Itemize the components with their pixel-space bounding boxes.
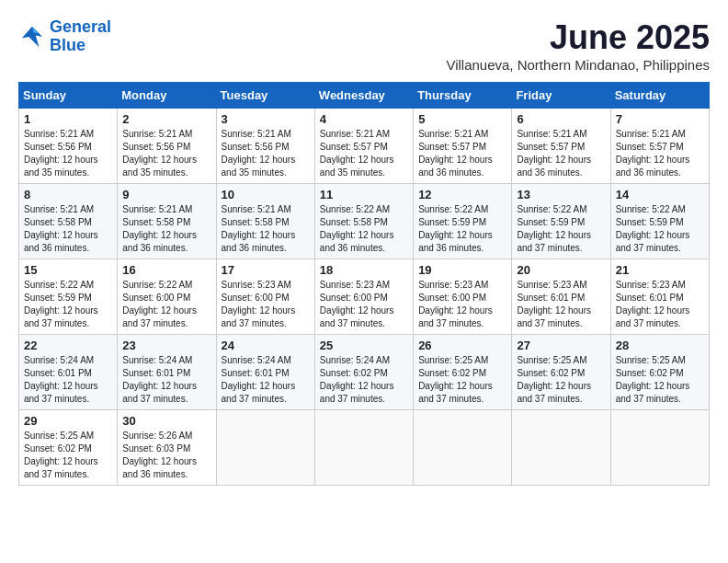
day-info: Sunrise: 5:24 AM Sunset: 6:01 PM Dayligh… [122, 354, 210, 406]
day-number: 24 [222, 339, 310, 352]
table-row: 24 Sunrise: 5:24 AM Sunset: 6:01 PM Dayl… [216, 335, 314, 410]
table-row [314, 410, 413, 486]
table-row: 15 Sunrise: 5:22 AM Sunset: 5:59 PM Dayl… [19, 259, 118, 335]
day-info: Sunrise: 5:24 AM Sunset: 6:01 PM Dayligh… [24, 354, 112, 406]
table-row: 5 Sunrise: 5:21 AM Sunset: 5:57 PM Dayli… [414, 109, 512, 184]
table-row: 3 Sunrise: 5:21 AM Sunset: 5:56 PM Dayli… [216, 109, 314, 184]
table-row [216, 410, 314, 486]
table-row: 20 Sunrise: 5:23 AM Sunset: 6:01 PM Dayl… [512, 259, 610, 335]
weekday-header-row: Sunday Monday Tuesday Wednesday Thursday… [19, 83, 710, 109]
calendar-week-row: 8 Sunrise: 5:21 AM Sunset: 5:58 PM Dayli… [19, 184, 710, 259]
table-row: 8 Sunrise: 5:21 AM Sunset: 5:58 PM Dayli… [19, 184, 118, 259]
day-info: Sunrise: 5:22 AM Sunset: 5:59 PM Dayligh… [616, 203, 704, 255]
day-number: 20 [517, 263, 605, 277]
day-info: Sunrise: 5:21 AM Sunset: 5:56 PM Dayligh… [122, 128, 210, 179]
table-row: 10 Sunrise: 5:21 AM Sunset: 5:58 PM Dayl… [216, 184, 314, 259]
day-number: 9 [122, 188, 210, 201]
day-number: 30 [122, 414, 210, 428]
day-info: Sunrise: 5:26 AM Sunset: 6:03 PM Dayligh… [122, 430, 210, 481]
day-number: 5 [418, 112, 506, 126]
day-info: Sunrise: 5:22 AM Sunset: 5:59 PM Dayligh… [517, 203, 605, 255]
day-info: Sunrise: 5:25 AM Sunset: 6:02 PM Dayligh… [24, 430, 112, 481]
day-info: Sunrise: 5:21 AM Sunset: 5:56 PM Dayligh… [222, 128, 310, 179]
header: General Blue June 2025 Villanueva, North… [18, 18, 710, 73]
table-row: 18 Sunrise: 5:23 AM Sunset: 6:00 PM Dayl… [314, 259, 413, 335]
table-row: 27 Sunrise: 5:25 AM Sunset: 6:02 PM Dayl… [512, 335, 610, 410]
day-info: Sunrise: 5:23 AM Sunset: 6:01 PM Dayligh… [517, 279, 605, 330]
calendar-week-row: 15 Sunrise: 5:22 AM Sunset: 5:59 PM Dayl… [19, 259, 710, 335]
title-area: June 2025 Villanueva, Northern Mindanao,… [446, 18, 710, 73]
day-number: 12 [418, 188, 506, 201]
day-number: 16 [122, 263, 210, 277]
table-row: 21 Sunrise: 5:23 AM Sunset: 6:01 PM Dayl… [610, 259, 709, 335]
day-info: Sunrise: 5:24 AM Sunset: 6:01 PM Dayligh… [222, 354, 310, 406]
table-row: 1 Sunrise: 5:21 AM Sunset: 5:56 PM Dayli… [19, 109, 118, 184]
day-number: 15 [24, 263, 112, 277]
day-info: Sunrise: 5:22 AM Sunset: 6:00 PM Dayligh… [122, 279, 210, 330]
day-info: Sunrise: 5:21 AM Sunset: 5:57 PM Dayligh… [616, 128, 704, 179]
table-row: 25 Sunrise: 5:24 AM Sunset: 6:02 PM Dayl… [314, 335, 413, 410]
logo-general: General [50, 17, 111, 36]
logo-icon [18, 23, 46, 51]
day-info: Sunrise: 5:21 AM Sunset: 5:56 PM Dayligh… [24, 128, 112, 179]
table-row: 29 Sunrise: 5:25 AM Sunset: 6:02 PM Dayl… [19, 410, 118, 486]
day-info: Sunrise: 5:22 AM Sunset: 5:59 PM Dayligh… [24, 279, 112, 330]
day-number: 10 [222, 188, 310, 201]
day-number: 7 [616, 112, 704, 126]
logo-blue: Blue [50, 36, 85, 54]
day-number: 19 [418, 263, 506, 277]
day-number: 11 [320, 188, 408, 201]
day-number: 3 [222, 112, 310, 126]
table-row [414, 410, 512, 486]
day-number: 29 [24, 414, 112, 428]
table-row: 12 Sunrise: 5:22 AM Sunset: 5:59 PM Dayl… [414, 184, 512, 259]
day-number: 13 [517, 188, 605, 201]
calendar-week-row: 1 Sunrise: 5:21 AM Sunset: 5:56 PM Dayli… [19, 109, 710, 184]
logo-text: General Blue [50, 18, 111, 55]
table-row: 14 Sunrise: 5:22 AM Sunset: 5:59 PM Dayl… [610, 184, 709, 259]
table-row: 28 Sunrise: 5:25 AM Sunset: 6:02 PM Dayl… [610, 335, 709, 410]
table-row: 16 Sunrise: 5:22 AM Sunset: 6:00 PM Dayl… [118, 259, 216, 335]
day-info: Sunrise: 5:23 AM Sunset: 6:00 PM Dayligh… [418, 279, 506, 330]
day-info: Sunrise: 5:21 AM Sunset: 5:58 PM Dayligh… [24, 203, 112, 255]
day-number: 21 [616, 263, 704, 277]
table-row: 13 Sunrise: 5:22 AM Sunset: 5:59 PM Dayl… [512, 184, 610, 259]
day-number: 18 [320, 263, 408, 277]
table-row [610, 410, 709, 486]
header-wednesday: Wednesday [314, 83, 413, 109]
day-number: 28 [616, 339, 704, 352]
table-row: 7 Sunrise: 5:21 AM Sunset: 5:57 PM Dayli… [610, 109, 709, 184]
day-info: Sunrise: 5:23 AM Sunset: 6:01 PM Dayligh… [616, 279, 704, 330]
table-row: 6 Sunrise: 5:21 AM Sunset: 5:57 PM Dayli… [512, 109, 610, 184]
month-title: June 2025 [446, 18, 710, 57]
header-sunday: Sunday [19, 83, 118, 109]
day-info: Sunrise: 5:21 AM Sunset: 5:58 PM Dayligh… [222, 203, 310, 255]
table-row: 26 Sunrise: 5:25 AM Sunset: 6:02 PM Dayl… [414, 335, 512, 410]
day-info: Sunrise: 5:24 AM Sunset: 6:02 PM Dayligh… [320, 354, 408, 406]
table-row: 30 Sunrise: 5:26 AM Sunset: 6:03 PM Dayl… [118, 410, 216, 486]
day-info: Sunrise: 5:21 AM Sunset: 5:57 PM Dayligh… [320, 128, 408, 179]
header-tuesday: Tuesday [216, 83, 314, 109]
calendar-week-row: 22 Sunrise: 5:24 AM Sunset: 6:01 PM Dayl… [19, 335, 710, 410]
logo: General Blue [18, 18, 111, 55]
table-row: 17 Sunrise: 5:23 AM Sunset: 6:00 PM Dayl… [216, 259, 314, 335]
day-info: Sunrise: 5:25 AM Sunset: 6:02 PM Dayligh… [517, 354, 605, 406]
table-row: 4 Sunrise: 5:21 AM Sunset: 5:57 PM Dayli… [314, 109, 413, 184]
table-row: 2 Sunrise: 5:21 AM Sunset: 5:56 PM Dayli… [118, 109, 216, 184]
day-info: Sunrise: 5:25 AM Sunset: 6:02 PM Dayligh… [616, 354, 704, 406]
day-info: Sunrise: 5:23 AM Sunset: 6:00 PM Dayligh… [320, 279, 408, 330]
day-number: 2 [122, 112, 210, 126]
day-info: Sunrise: 5:22 AM Sunset: 5:59 PM Dayligh… [418, 203, 506, 255]
table-row: 23 Sunrise: 5:24 AM Sunset: 6:01 PM Dayl… [118, 335, 216, 410]
day-number: 4 [320, 112, 408, 126]
day-info: Sunrise: 5:23 AM Sunset: 6:00 PM Dayligh… [222, 279, 310, 330]
day-info: Sunrise: 5:21 AM Sunset: 5:57 PM Dayligh… [517, 128, 605, 179]
table-row: 19 Sunrise: 5:23 AM Sunset: 6:00 PM Dayl… [414, 259, 512, 335]
table-row: 11 Sunrise: 5:22 AM Sunset: 5:58 PM Dayl… [314, 184, 413, 259]
day-number: 17 [222, 263, 310, 277]
header-saturday: Saturday [610, 83, 709, 109]
day-number: 14 [616, 188, 704, 201]
location-title: Villanueva, Northern Mindanao, Philippin… [446, 57, 710, 73]
day-info: Sunrise: 5:21 AM Sunset: 5:57 PM Dayligh… [418, 128, 506, 179]
header-thursday: Thursday [414, 83, 512, 109]
